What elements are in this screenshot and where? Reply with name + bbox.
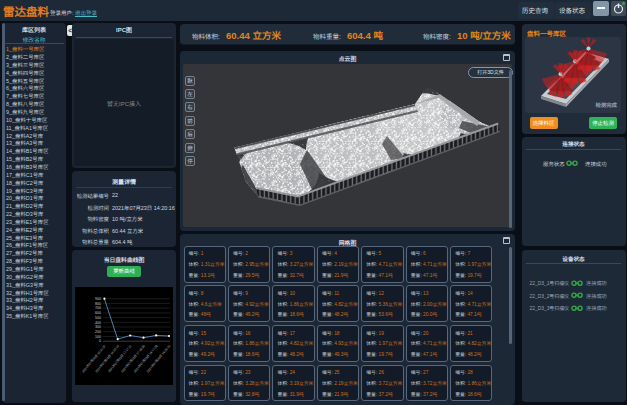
svg-text:300: 300	[95, 325, 101, 329]
svg-text:2021年07月23日 17:17:11: 2021年07月23日 17:17:11	[107, 344, 133, 373]
svg-text:0: 0	[99, 339, 101, 343]
svg-text:2021年07月23日 15:31:37: 2021年07月23日 15:31:37	[81, 344, 107, 374]
svg-text:2021年07月23日 14:20:16: 2021年07月23日 14:20:16	[146, 344, 172, 374]
svg-text:900: 900	[95, 297, 101, 301]
svg-text:600: 600	[95, 311, 101, 315]
svg-text:200: 200	[95, 330, 101, 334]
svg-text:100: 100	[95, 335, 101, 339]
svg-text:500: 500	[95, 316, 101, 320]
svg-text:700: 700	[95, 306, 101, 310]
svg-text:检测完成: 检测完成	[595, 102, 617, 108]
svg-text:800: 800	[95, 302, 101, 306]
svg-text:400: 400	[95, 321, 101, 325]
